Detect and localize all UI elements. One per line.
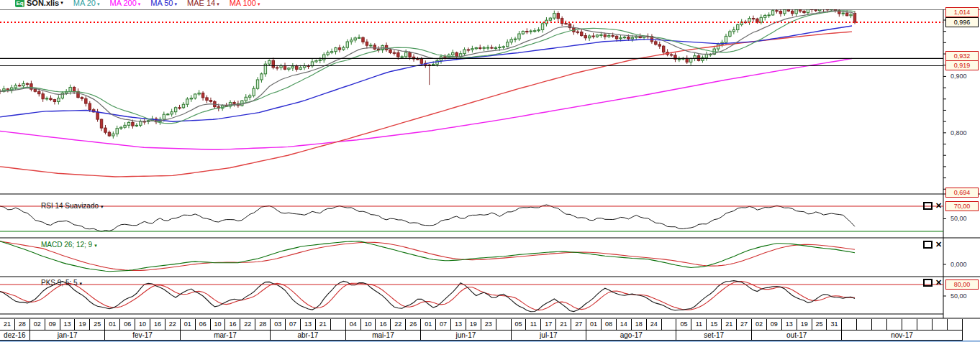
day-cell: 16 [150, 319, 165, 330]
rsi-tick-label: 50,00 [950, 215, 967, 222]
legend-item-ma-200[interactable]: MA 200▾ [109, 0, 140, 7]
day-cell [948, 319, 963, 330]
legend-dropdown-caret-icon[interactable]: ▾ [174, 1, 177, 6]
macd-restore-pane-button[interactable] [923, 241, 933, 249]
day-cell: 05 [677, 319, 692, 330]
legend-dropdown-caret-icon[interactable]: ▾ [97, 1, 100, 6]
month-cell: jun-17 [421, 331, 511, 340]
macd-tick-label: 0,000 [950, 261, 967, 268]
legend-dropdown-caret-icon[interactable]: ▾ [217, 1, 219, 6]
day-cell [496, 319, 512, 330]
day-cell: 01 [181, 319, 196, 330]
macd-label-text: MACD 26; 12; 9 [41, 241, 92, 249]
day-cell: 08 [602, 319, 617, 330]
legend-label: MAE 14 [187, 0, 215, 7]
day-cell: 16 [226, 319, 241, 330]
macd-close-pane-button[interactable]: ✕ [935, 241, 942, 248]
pks-series [0, 281, 855, 312]
pks-restore-pane-button[interactable] [923, 279, 933, 287]
macd-dropdown-caret-icon[interactable]: ▾ [94, 243, 97, 248]
legend-dropdown-caret-icon[interactable]: ▾ [138, 1, 141, 6]
symbol-title[interactable]: SON.xlis [27, 0, 59, 7]
legend-label: MA 100 [230, 0, 256, 7]
day-cell: 09 [45, 319, 60, 330]
chart-canvas[interactable] [0, 0, 980, 342]
legend-label: MA 50 [150, 0, 173, 7]
day-cell: 03 [271, 319, 286, 330]
month-cell: mai-17 [346, 331, 422, 340]
day-cell: 18 [632, 319, 647, 330]
macd-pane-label[interactable]: MACD 26; 12; 9▾ [41, 241, 97, 249]
price-level-badge[interactable]: 0,919 [945, 60, 979, 70]
day-cell: 19 [76, 319, 91, 330]
rsi-restore-pane-button[interactable] [923, 202, 933, 210]
legend-item-ma-50[interactable]: MA 50▾ [150, 0, 177, 7]
day-cell [917, 319, 933, 330]
rsi-level-badge[interactable]: 70,00 [945, 201, 979, 211]
legend-label: MA 20 [73, 0, 96, 7]
day-cell: 07 [436, 319, 451, 330]
pks-level-badge[interactable]: 80,00 [945, 279, 979, 290]
pks-pane-controls: ✕ [923, 279, 942, 287]
chart-window: Eq SON.xlis ▾ MA 20▾MA 200▾MA 50▾MAE 14▾… [0, 0, 980, 342]
day-cell: 10 [361, 319, 376, 330]
price-tick-label: 0,900 [950, 73, 967, 80]
legend-item-mae-14[interactable]: MAE 14▾ [187, 0, 219, 7]
day-cell [331, 319, 346, 330]
day-cell [902, 319, 917, 330]
day-cell: 23 [481, 319, 496, 330]
month-cell: ago-17 [586, 331, 676, 340]
ma-legend: MA 20▾MA 200▾MA 50▾MAE 14▾MA 100▾ [63, 0, 260, 7]
day-cell: 02 [752, 319, 767, 330]
rsi-pane-label[interactable]: RSI 14 Suavizado▾ [41, 202, 104, 210]
day-cell: 15 [707, 319, 722, 330]
macd-series [0, 241, 855, 272]
rsi-series [0, 205, 855, 231]
month-cell: fev-17 [105, 331, 181, 340]
pks-dropdown-caret-icon[interactable]: ▾ [80, 281, 83, 286]
day-cell: 01 [586, 319, 602, 330]
month-cell: set-17 [677, 331, 753, 340]
equity-badge-icon: Eq [15, 0, 24, 7]
day-cell: 07 [286, 319, 301, 330]
day-cell: 22 [240, 319, 255, 330]
day-cell: 22 [391, 319, 406, 330]
day-cell: 21 [722, 319, 737, 330]
price-level-badge[interactable]: 0,694 [945, 188, 979, 198]
legend-dropdown-caret-icon[interactable]: ▾ [258, 1, 260, 6]
day-cell: 05 [512, 319, 527, 330]
day-cell [842, 319, 857, 330]
day-cell: 13 [301, 319, 316, 330]
month-cell: out-17 [752, 331, 842, 340]
pks-close-pane-button[interactable]: ✕ [935, 279, 942, 286]
day-cell: 16 [376, 319, 391, 330]
legend-label: MA 200 [109, 0, 136, 7]
legend-item-ma-20[interactable]: MA 20▾ [73, 0, 100, 7]
day-cell [857, 319, 872, 330]
day-cell: 24 [647, 319, 662, 330]
pks-pane-label[interactable]: PKS 9; 5; 5▾ [41, 279, 82, 287]
day-cell: 01 [105, 319, 120, 330]
price-level-badge[interactable]: 0,932 [945, 51, 979, 61]
month-cell: nov-17 [842, 331, 962, 340]
day-cell: 21 [556, 319, 571, 330]
legend-item-ma-100[interactable]: MA 100▾ [230, 0, 260, 7]
rsi-close-pane-button[interactable]: ✕ [935, 203, 942, 209]
macd-pane-controls: ✕ [923, 241, 942, 249]
day-cell: 10 [211, 319, 226, 330]
pks-tick-label: 50,00 [950, 292, 967, 300]
day-cell: 02 [30, 319, 45, 330]
month-cell: abr-17 [271, 331, 346, 340]
price-level-badge[interactable]: 0,996 [945, 17, 979, 27]
chart-header: Eq SON.xlis ▾ MA 20▾MA 200▾MA 50▾MAE 14▾… [0, 0, 980, 9]
day-cell [872, 319, 887, 330]
day-cell: 19 [797, 319, 812, 330]
rsi-dropdown-caret-icon[interactable]: ▾ [101, 204, 104, 209]
price-level-badge[interactable]: 1,014 [945, 7, 979, 17]
day-cell: 11 [691, 319, 707, 330]
day-cell: 17 [541, 319, 556, 330]
month-cell: dez-16 [0, 331, 30, 340]
day-cell [887, 319, 902, 330]
pks-label-text: PKS 9; 5; 5 [41, 279, 78, 287]
day-cell: 25 [90, 319, 105, 330]
